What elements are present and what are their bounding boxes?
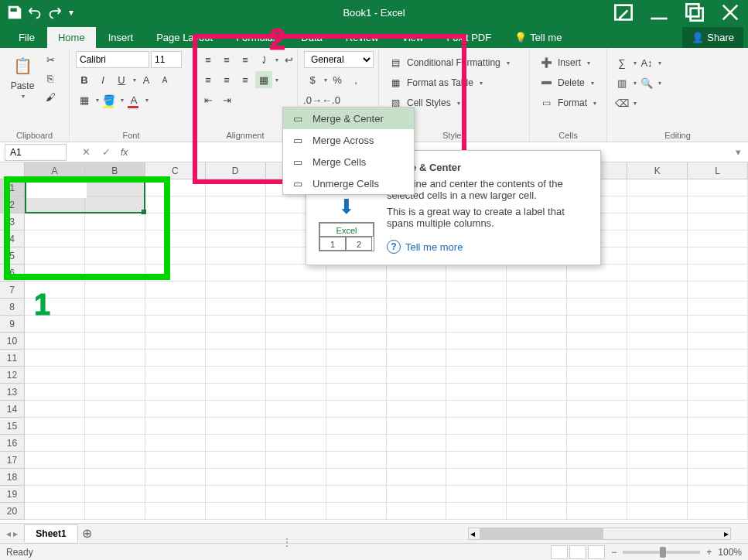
cell[interactable] [567,299,627,316]
cell[interactable] [145,367,206,384]
cell[interactable] [206,179,266,196]
row-header[interactable]: 20 [0,503,25,520]
cell[interactable] [25,316,85,333]
cell[interactable] [387,401,447,418]
cell[interactable] [85,418,145,435]
cell[interactable] [206,486,266,503]
cell[interactable] [206,282,266,299]
cell[interactable] [206,401,266,418]
cell[interactable] [326,367,387,384]
cell[interactable] [206,435,266,452]
cell[interactable] [387,282,447,299]
cell[interactable] [145,418,206,435]
col-header[interactable]: A [25,162,85,179]
italic-button[interactable]: I [94,71,111,88]
cell[interactable] [145,486,206,503]
cell[interactable] [206,503,266,520]
cell[interactable] [688,230,748,248]
cell[interactable] [326,265,387,282]
cell[interactable] [25,418,85,435]
cell[interactable] [206,248,266,265]
row-header[interactable]: 10 [0,333,25,350]
row-header[interactable]: 7 [0,282,25,299]
cell[interactable] [85,213,145,230]
cell[interactable] [85,384,145,401]
cell[interactable] [266,350,326,367]
page-layout-view-icon[interactable] [569,545,586,559]
cell[interactable] [688,213,748,230]
cell[interactable] [266,486,326,503]
cell[interactable] [145,282,206,299]
cell[interactable] [387,350,447,367]
share-button[interactable]: 👤 Share [682,27,743,48]
col-header[interactable]: L [688,162,748,179]
number-format-select[interactable]: General [304,51,374,68]
autosum-icon[interactable]: ∑ [613,54,630,71]
cell[interactable] [688,350,748,367]
ribbon-display-options-icon[interactable] [606,0,641,25]
align-center-icon[interactable]: ≡ [218,71,235,88]
cell[interactable] [266,316,326,333]
tab-home[interactable]: Home [47,27,96,48]
col-header[interactable]: K [627,162,688,179]
cell[interactable] [206,418,266,435]
cell[interactable] [25,401,85,418]
cell[interactable] [266,299,326,316]
cell[interactable] [387,435,447,452]
cell[interactable] [85,401,145,418]
cell[interactable] [567,503,627,520]
format-button[interactable]: ▭Format▾ [536,94,599,111]
cell[interactable] [25,350,85,367]
cell[interactable] [507,384,567,401]
cell[interactable] [206,333,266,350]
horizontal-scrollbar[interactable]: ◂▸ [468,528,731,540]
cell[interactable] [507,333,567,350]
cell[interactable] [85,503,145,520]
cell[interactable] [688,503,748,520]
font-color-icon[interactable]: A [125,91,142,108]
cell[interactable] [627,230,688,248]
zoom-level[interactable]: 100% [718,547,742,558]
cell[interactable] [25,333,85,350]
tab-file[interactable]: File [8,27,46,48]
cell[interactable] [627,384,688,401]
cell[interactable] [387,486,447,503]
cell[interactable] [627,213,688,230]
cell[interactable] [25,265,85,282]
font-size-input[interactable] [151,51,182,68]
align-bottom-icon[interactable]: ≡ [237,51,254,68]
cell[interactable] [446,435,507,452]
wrap-text-icon[interactable]: ↩ [280,51,297,68]
delete-button[interactable]: ➖Delete▾ [536,74,597,91]
sort-icon[interactable]: A↕ [638,54,655,71]
row-header[interactable]: 8 [0,299,25,316]
cell[interactable] [688,486,748,503]
cell[interactable] [25,367,85,384]
cell[interactable] [627,299,688,316]
cell[interactable] [266,333,326,350]
cell[interactable] [688,196,748,213]
cell[interactable] [206,384,266,401]
cell[interactable] [266,367,326,384]
cell[interactable] [688,299,748,316]
col-header[interactable]: C [145,162,206,179]
cell[interactable] [326,401,387,418]
cell[interactable] [627,196,688,213]
cell[interactable] [507,299,567,316]
expand-formula-bar-icon[interactable]: ▾ [728,144,748,161]
cell[interactable] [85,230,145,248]
cell[interactable] [326,503,387,520]
cell[interactable] [266,418,326,435]
cell[interactable] [688,469,748,486]
cell[interactable] [85,350,145,367]
currency-button[interactable]: $ [304,71,321,88]
tab-data[interactable]: Data [290,27,333,48]
cell[interactable] [507,265,567,282]
cell[interactable] [266,452,326,469]
cell[interactable] [627,435,688,452]
normal-view-icon[interactable] [551,545,568,559]
copy-icon[interactable]: ⎘ [42,70,59,87]
cell[interactable] [326,333,387,350]
cell[interactable] [85,452,145,469]
cell[interactable] [387,367,447,384]
